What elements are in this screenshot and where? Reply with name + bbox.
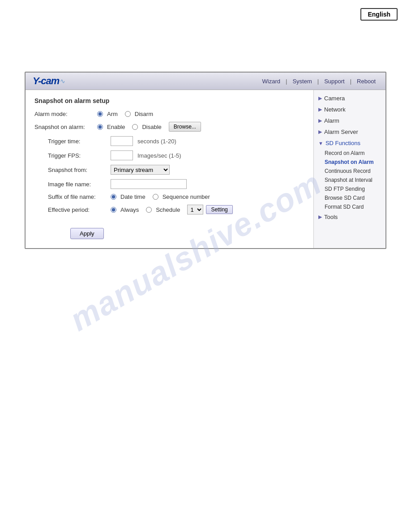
alarm-mode-row: Alarm mode: Arm Disarm	[34, 111, 304, 117]
effective-period-row: Effective period: Always Schedule 1 2 3 …	[48, 205, 304, 215]
tools-arrow-icon: ▶	[318, 214, 322, 220]
image-filename-row: Image file name: M	[48, 179, 304, 189]
schedule-label[interactable]: Schedule	[156, 206, 180, 213]
sd-functions-arrow-icon: ▼	[318, 141, 323, 146]
sidebar: ▶ Camera ▶ Network ▶ Alarm ▶ Alarm Serve…	[314, 90, 385, 248]
sidebar-sub-continuous-record[interactable]: Continuous Record	[314, 167, 385, 176]
enable-radio[interactable]	[97, 124, 103, 130]
main-panel: Y-cam ∿ Wizard | System | Support | Rebo…	[25, 72, 386, 249]
alarm-mode-control: Arm Disarm	[97, 111, 158, 117]
form-area: Snapshot on alarm setup Alarm mode: Arm …	[26, 90, 314, 248]
sep2: |	[317, 78, 320, 85]
always-radio[interactable]	[111, 207, 116, 213]
sidebar-sub-snapshot-on-alarm[interactable]: Snapshot on Alarm	[314, 158, 385, 167]
nav-system[interactable]: System	[290, 78, 314, 85]
snapshot-alarm-control: Enable Disable Browse...	[97, 122, 201, 132]
form-title: Snapshot on alarm setup	[34, 97, 304, 104]
sidebar-sub-record-on-alarm[interactable]: Record on Alarm	[314, 149, 385, 158]
sidebar-item-network[interactable]: ▶ Network	[314, 104, 385, 115]
trigger-fps-input[interactable]: 1	[111, 150, 133, 160]
effective-period-label: Effective period:	[48, 206, 111, 213]
trigger-fps-hint: Images/sec (1-5)	[137, 152, 181, 159]
apply-button[interactable]: Apply	[70, 228, 104, 239]
sidebar-item-sd-functions[interactable]: ▼ SD Functions	[314, 137, 385, 149]
disarm-radio[interactable]	[125, 111, 131, 117]
schedule-radio[interactable]	[146, 207, 152, 213]
sep1: |	[285, 78, 288, 85]
suffix-control: Date time Sequence number	[111, 193, 214, 200]
trigger-time-input[interactable]: 5	[111, 136, 133, 146]
always-label[interactable]: Always	[120, 206, 139, 213]
nav-reboot[interactable]: Reboot	[354, 78, 378, 85]
sidebar-sub-sd-ftp[interactable]: SD FTP Sending	[314, 184, 385, 193]
snapshot-from-label: Snapshot from:	[48, 167, 111, 173]
schedule-select[interactable]: 1 2 3	[187, 205, 203, 215]
trigger-time-row: Trigger time: 5 seconds (1-20)	[48, 136, 304, 146]
arm-radio[interactable]	[97, 111, 103, 117]
sidebar-tools-label: Tools	[324, 214, 338, 220]
sidebar-sub-format-sd[interactable]: Format SD Card	[314, 202, 385, 211]
trigger-time-label: Trigger time:	[48, 138, 111, 145]
sidebar-camera-label: Camera	[324, 95, 345, 102]
snapshot-from-select[interactable]: Primary stream Secondary stream	[111, 165, 170, 175]
trigger-fps-control: 1 Images/sec (1-5)	[111, 150, 181, 160]
snapshot-from-control: Primary stream Secondary stream	[111, 165, 170, 175]
trigger-fps-label: Trigger FPS:	[48, 152, 111, 159]
datetime-radio[interactable]	[111, 194, 116, 200]
disarm-label[interactable]: Disarm	[135, 111, 153, 117]
camera-arrow-icon: ▶	[318, 95, 322, 101]
header-bar: Y-cam ∿ Wizard | System | Support | Rebo…	[26, 73, 385, 90]
sidebar-sd-functions-label: SD Functions	[325, 140, 360, 146]
alarm-mode-label: Alarm mode:	[34, 111, 97, 117]
effective-period-control: Always Schedule 1 2 3 Setting	[111, 205, 233, 215]
alarm-arrow-icon: ▶	[318, 118, 322, 124]
content-area: Snapshot on alarm setup Alarm mode: Arm …	[26, 90, 385, 248]
apply-row: Apply	[34, 219, 304, 239]
sidebar-alarm-server-label: Alarm Server	[324, 129, 358, 135]
sequence-label[interactable]: Sequence number	[163, 193, 210, 200]
snapshot-alarm-label: Snapshot on alarm:	[34, 124, 97, 130]
sep3: |	[349, 78, 352, 85]
network-arrow-icon: ▶	[318, 107, 322, 112]
disable-radio[interactable]	[132, 124, 138, 130]
snapshot-from-row: Snapshot from: Primary stream Secondary …	[48, 165, 304, 175]
logo-wave: ∿	[60, 77, 65, 85]
setting-button[interactable]: Setting	[206, 205, 232, 214]
trigger-time-hint: seconds (1-20)	[137, 138, 176, 145]
header-nav: Wizard | System | Support | Reboot	[260, 78, 378, 85]
snapshot-alarm-row: Snapshot on alarm: Enable Disable Browse…	[34, 122, 304, 132]
logo-area: Y-cam ∿	[33, 75, 65, 87]
language-button[interactable]: English	[360, 8, 398, 21]
suffix-row: Suffix of file name: Date time Sequence …	[48, 193, 304, 200]
sidebar-item-alarm[interactable]: ▶ Alarm	[314, 115, 385, 126]
logo-text: Y-cam	[33, 75, 59, 87]
trigger-time-control: 5 seconds (1-20)	[111, 136, 176, 146]
datetime-label[interactable]: Date time	[120, 193, 146, 200]
image-filename-label: Image file name:	[48, 181, 111, 188]
sidebar-item-alarm-server[interactable]: ▶ Alarm Server	[314, 126, 385, 137]
sidebar-item-tools[interactable]: ▶ Tools	[314, 211, 385, 223]
image-filename-input[interactable]: M	[111, 179, 187, 189]
alarm-server-arrow-icon: ▶	[318, 129, 322, 135]
disable-label[interactable]: Disable	[142, 124, 161, 130]
arm-label[interactable]: Arm	[107, 111, 118, 117]
sidebar-network-label: Network	[324, 106, 346, 113]
sidebar-sub-browse-sd[interactable]: Browse SD Card	[314, 193, 385, 202]
image-filename-control: M	[111, 179, 187, 189]
nav-support[interactable]: Support	[321, 78, 347, 85]
sidebar-item-camera[interactable]: ▶ Camera	[314, 93, 385, 104]
trigger-fps-row: Trigger FPS: 1 Images/sec (1-5)	[48, 150, 304, 160]
nav-wizard[interactable]: Wizard	[260, 78, 283, 85]
sidebar-alarm-label: Alarm	[324, 117, 339, 124]
browse-button[interactable]: Browse...	[169, 122, 201, 132]
enable-label[interactable]: Enable	[107, 124, 125, 130]
suffix-label: Suffix of file name:	[48, 193, 111, 200]
sequence-radio[interactable]	[153, 194, 158, 200]
sidebar-sub-snapshot-interval[interactable]: Snapshot at Interval	[314, 176, 385, 184]
